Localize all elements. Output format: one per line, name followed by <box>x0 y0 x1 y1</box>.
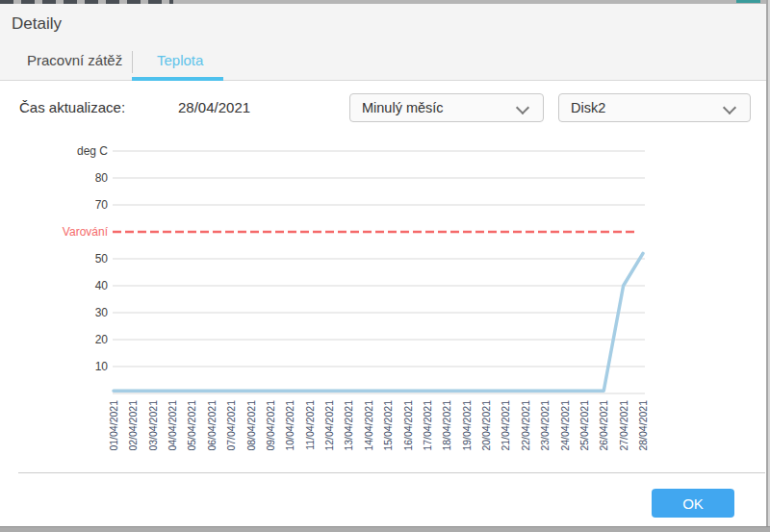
chart-canvas: deg C80705040302010Varování01/04/202102/… <box>0 139 770 462</box>
svg-text:15/04/2021: 15/04/2021 <box>382 400 394 451</box>
active-tab-underline <box>132 77 223 81</box>
svg-text:16/04/2021: 16/04/2021 <box>402 400 414 451</box>
period-select[interactable]: Minulý měsíc <box>349 93 544 122</box>
svg-text:27/04/2021: 27/04/2021 <box>618 400 629 451</box>
svg-text:70: 70 <box>95 198 109 212</box>
tab-divider <box>132 51 133 73</box>
svg-text:11/04/2021: 11/04/2021 <box>304 400 316 450</box>
svg-text:12/04/2021: 12/04/2021 <box>323 400 335 451</box>
dialog-title: Detaily <box>12 14 62 34</box>
tab-temperature[interactable]: Teplota <box>157 52 203 68</box>
svg-text:25/04/2021: 25/04/2021 <box>578 400 590 451</box>
svg-text:30: 30 <box>95 306 109 319</box>
svg-text:10/04/2021: 10/04/2021 <box>284 400 295 451</box>
disk-select[interactable]: Disk2 <box>558 93 751 122</box>
svg-text:08/04/2021: 08/04/2021 <box>245 400 257 451</box>
svg-text:19/04/2021: 19/04/2021 <box>461 400 473 451</box>
update-time-label: Čas aktualizace: <box>19 99 125 115</box>
svg-text:22/04/2021: 22/04/2021 <box>520 400 531 451</box>
footer-separator <box>18 472 765 473</box>
svg-text:10: 10 <box>95 360 109 373</box>
underlying-window-accent <box>736 0 760 3</box>
chevron-down-icon <box>723 101 736 114</box>
svg-text:20/04/2021: 20/04/2021 <box>480 400 492 451</box>
details-dialog: Detaily Pracovní zátěž Teplota Čas aktua… <box>0 0 770 532</box>
svg-text:17/04/2021: 17/04/2021 <box>422 400 433 451</box>
svg-text:07/04/2021: 07/04/2021 <box>225 400 237 451</box>
svg-text:deg C: deg C <box>77 144 108 158</box>
dialog-header: Detaily Pracovní zátěž Teplota <box>0 4 766 81</box>
svg-text:20: 20 <box>95 333 109 346</box>
chevron-down-icon <box>516 101 529 114</box>
svg-text:40: 40 <box>95 279 109 292</box>
svg-text:50: 50 <box>95 252 109 266</box>
svg-text:21/04/2021: 21/04/2021 <box>500 400 511 451</box>
svg-text:24/04/2021: 24/04/2021 <box>559 400 571 451</box>
svg-text:14/04/2021: 14/04/2021 <box>363 400 374 451</box>
svg-text:Varování: Varování <box>63 225 109 239</box>
update-time-value: 28/04/2021 <box>178 99 250 115</box>
svg-text:23/04/2021: 23/04/2021 <box>539 400 551 451</box>
svg-text:04/04/2021: 04/04/2021 <box>167 400 178 451</box>
ok-button[interactable]: OK <box>652 489 734 518</box>
temperature-chart: deg C80705040302010Varování01/04/202102/… <box>0 139 770 462</box>
svg-text:05/04/2021: 05/04/2021 <box>186 400 197 451</box>
svg-text:13/04/2021: 13/04/2021 <box>343 400 354 451</box>
svg-text:03/04/2021: 03/04/2021 <box>147 400 159 451</box>
svg-text:28/04/2021: 28/04/2021 <box>637 400 649 451</box>
svg-text:18/04/2021: 18/04/2021 <box>441 400 452 451</box>
tab-workload[interactable]: Pracovní zátěž <box>27 52 122 68</box>
svg-text:80: 80 <box>95 171 109 185</box>
disk-select-value: Disk2 <box>571 100 605 115</box>
period-select-value: Minulý měsíc <box>362 100 444 115</box>
svg-text:09/04/2021: 09/04/2021 <box>265 400 276 451</box>
svg-text:26/04/2021: 26/04/2021 <box>598 400 609 451</box>
svg-text:01/04/2021: 01/04/2021 <box>108 400 119 451</box>
svg-text:02/04/2021: 02/04/2021 <box>127 400 139 451</box>
svg-text:06/04/2021: 06/04/2021 <box>206 400 218 451</box>
underlying-window-bottom-edge <box>0 526 770 532</box>
